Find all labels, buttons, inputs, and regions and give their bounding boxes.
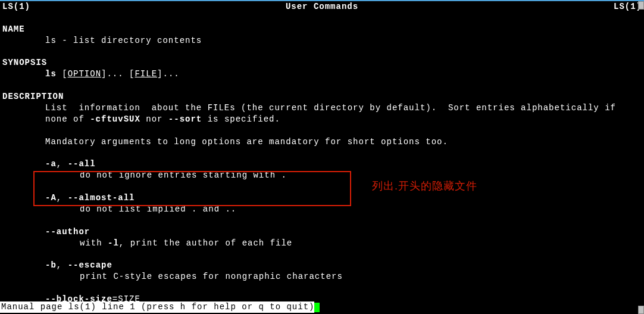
synopsis-arg-1: FILE xyxy=(135,69,157,79)
scroll-down-button[interactable] xyxy=(638,306,644,314)
opt3-sep: , xyxy=(57,260,68,270)
opt0-a: -a xyxy=(45,159,57,169)
status-text: Manual page ls(1) line 1 (press h for he… xyxy=(0,301,314,313)
opt3-a: -b xyxy=(45,260,57,270)
description-para1a: List information about the FILEs (the cu… xyxy=(2,102,642,114)
opt0-sep: , xyxy=(57,159,68,169)
vertical-scrollbar[interactable] xyxy=(638,1,644,314)
option-A-desc: do not list implied . and .. xyxy=(2,204,642,215)
desc-p1b-pre: none of xyxy=(45,114,90,124)
section-synopsis-body: ls [OPTION]... [FILE]... xyxy=(2,69,642,80)
man-header: LS(1) User Commands LS(1) xyxy=(2,1,642,13)
opt1-sep: , xyxy=(57,193,68,203)
desc-p1b-b2: --sort xyxy=(168,114,202,124)
synopsis-arg-0: OPTION xyxy=(68,69,101,79)
synopsis-cmd: ls xyxy=(45,69,57,79)
man-header-left: LS(1) xyxy=(2,1,30,13)
opt1-a: -A xyxy=(45,193,57,203)
scroll-up-button[interactable] xyxy=(638,1,644,10)
terminal-window: LS(1) User Commands LS(1) NAME ls - list… xyxy=(0,0,644,314)
option-b-desc: print C-style escapes for nongraphic cha… xyxy=(2,271,642,282)
opt1-b: --almost-all xyxy=(68,193,135,203)
desc-p1b-b1: -cftuvSUX xyxy=(90,114,140,124)
opt2-post: , print the author of each file xyxy=(119,238,292,248)
option-a-flags: -a, --all xyxy=(2,158,642,170)
opt3-b: --escape xyxy=(68,260,112,270)
man-header-center: User Commands xyxy=(30,1,614,13)
opt2-b: --author xyxy=(45,227,90,237)
synopsis-arg-1-rb: ]... xyxy=(157,69,180,79)
synopsis-arg-0-lb: [ xyxy=(62,69,67,79)
description-para1b: none of -cftuvSUX nor --sort is specifie… xyxy=(2,114,642,125)
synopsis-arg-0-rb: ]... xyxy=(101,69,129,79)
opt2-bold: -l xyxy=(108,238,119,248)
cursor-block xyxy=(314,303,320,312)
desc-p1b-post: is specified. xyxy=(202,114,280,124)
opt2-pre: with xyxy=(80,238,108,248)
annotation-text: 列出.开头的隐藏文件 xyxy=(372,179,477,193)
option-A-flags: -A, --almost-all xyxy=(2,192,642,204)
man-header-right: LS(1) xyxy=(614,1,642,13)
section-description-title: DESCRIPTION xyxy=(2,92,64,101)
opt0-b: --all xyxy=(68,159,96,169)
option-b-flags: -b, --escape xyxy=(2,260,642,271)
option-a-desc: do not ignore entries starting with . xyxy=(2,170,642,181)
section-synopsis-title: SYNOPSIS xyxy=(2,58,47,67)
option-author-flags: --author xyxy=(2,226,642,238)
status-bar[interactable]: Manual page ls(1) line 1 (press h for he… xyxy=(0,301,644,313)
option-author-desc: with -l, print the author of each file xyxy=(2,238,642,249)
section-name-title: NAME xyxy=(2,24,25,34)
section-name-body: ls - list directory contents xyxy=(2,35,642,46)
desc-p1b-mid: nor xyxy=(140,114,168,124)
description-para2: Mandatory arguments to long options are … xyxy=(2,136,642,148)
man-page-content: LS(1) User Commands LS(1) NAME ls - list… xyxy=(0,1,644,305)
